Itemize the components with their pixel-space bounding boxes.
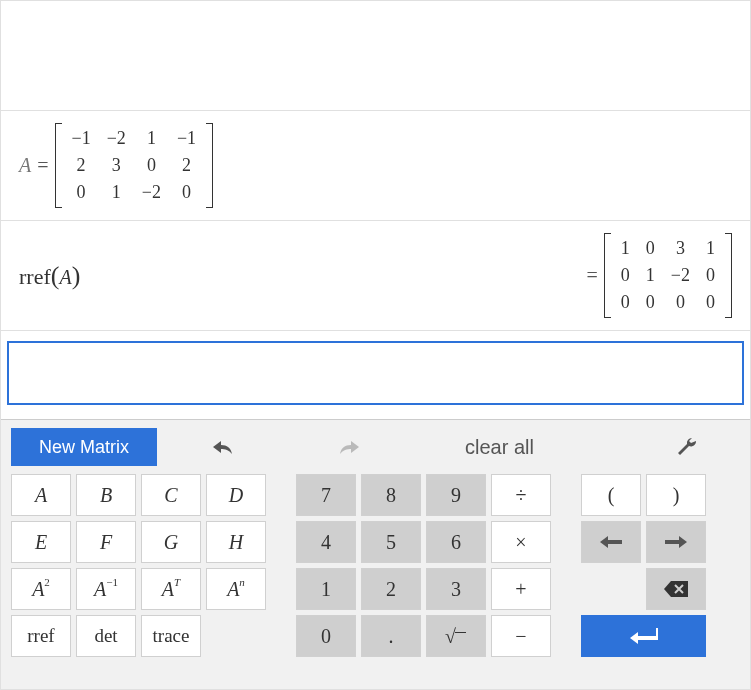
variable-name: A: [19, 154, 31, 177]
wrench-icon: [676, 436, 698, 458]
key-D[interactable]: D: [206, 474, 266, 516]
history-row-definition[interactable]: A = −1−21−1230201−20: [1, 111, 750, 221]
key-left[interactable]: [581, 521, 641, 563]
matrix-A: −1−21−1230201−20: [55, 123, 214, 208]
key-C[interactable]: C: [141, 474, 201, 516]
key-E[interactable]: E: [11, 521, 71, 563]
arrow-left-icon: [600, 536, 622, 548]
key-2[interactable]: 2: [361, 568, 421, 610]
key-lparen[interactable]: (: [581, 474, 641, 516]
key-det[interactable]: det: [76, 615, 136, 657]
key-enter[interactable]: [581, 615, 706, 657]
key-8[interactable]: 8: [361, 474, 421, 516]
key-0[interactable]: 0: [296, 615, 356, 657]
key-1[interactable]: 1: [296, 568, 356, 610]
key-sqrt[interactable]: √: [426, 615, 486, 657]
key-F[interactable]: F: [76, 521, 136, 563]
keypad: New Matrix clear all: [1, 419, 750, 689]
arrow-right-icon: [665, 536, 687, 548]
number-keys: 7 8 9 ÷ 4 5 6 × 1 2 3 + 0 . √ −: [296, 474, 551, 657]
function-name: rref(A): [19, 261, 80, 291]
history-row-empty[interactable]: [1, 1, 750, 111]
key-9[interactable]: 9: [426, 474, 486, 516]
key-divide[interactable]: ÷: [491, 474, 551, 516]
key-backspace[interactable]: [646, 568, 706, 610]
misc-keys: ( ): [581, 474, 706, 657]
toolbar: New Matrix clear all: [11, 428, 740, 466]
undo-icon: [209, 437, 235, 457]
spacer: [206, 615, 266, 657]
variable-keys: A B C D E F G H A2 A−1 AT An rref det tr…: [11, 474, 266, 657]
key-A-squared[interactable]: A2: [11, 568, 71, 610]
key-rparen[interactable]: ): [646, 474, 706, 516]
equals-sign: =: [581, 264, 604, 287]
key-A[interactable]: A: [11, 474, 71, 516]
key-A-power-n[interactable]: An: [206, 568, 266, 610]
key-4[interactable]: 4: [296, 521, 356, 563]
calculator-app: A = −1−21−1230201−20 rref(A) = 103101: [0, 0, 751, 690]
backspace-icon: [664, 581, 688, 597]
matrix-result: 103101−200000: [604, 233, 732, 318]
key-6[interactable]: 6: [426, 521, 486, 563]
clear-all-button[interactable]: clear all: [459, 428, 540, 466]
enter-icon: [630, 628, 658, 644]
redo-button[interactable]: [331, 428, 369, 466]
key-H[interactable]: H: [206, 521, 266, 563]
history-row-expression[interactable]: rref(A) = 103101−200000: [1, 221, 750, 331]
spacer: [581, 568, 641, 610]
key-G[interactable]: G: [141, 521, 201, 563]
key-7[interactable]: 7: [296, 474, 356, 516]
undo-button[interactable]: [203, 428, 241, 466]
settings-button[interactable]: [670, 428, 704, 466]
key-multiply[interactable]: ×: [491, 521, 551, 563]
key-right[interactable]: [646, 521, 706, 563]
key-A-transpose[interactable]: AT: [141, 568, 201, 610]
key-add[interactable]: +: [491, 568, 551, 610]
history-panel: A = −1−21−1230201−20 rref(A) = 103101: [1, 1, 750, 331]
key-5[interactable]: 5: [361, 521, 421, 563]
equals-sign: =: [31, 154, 54, 177]
key-trace[interactable]: trace: [141, 615, 201, 657]
key-A-inverse[interactable]: A−1: [76, 568, 136, 610]
key-subtract[interactable]: −: [491, 615, 551, 657]
key-rref[interactable]: rref: [11, 615, 71, 657]
key-B[interactable]: B: [76, 474, 136, 516]
new-matrix-button[interactable]: New Matrix: [11, 428, 157, 466]
redo-icon: [337, 437, 363, 457]
expression-input[interactable]: [7, 341, 744, 405]
key-3[interactable]: 3: [426, 568, 486, 610]
key-decimal[interactable]: .: [361, 615, 421, 657]
